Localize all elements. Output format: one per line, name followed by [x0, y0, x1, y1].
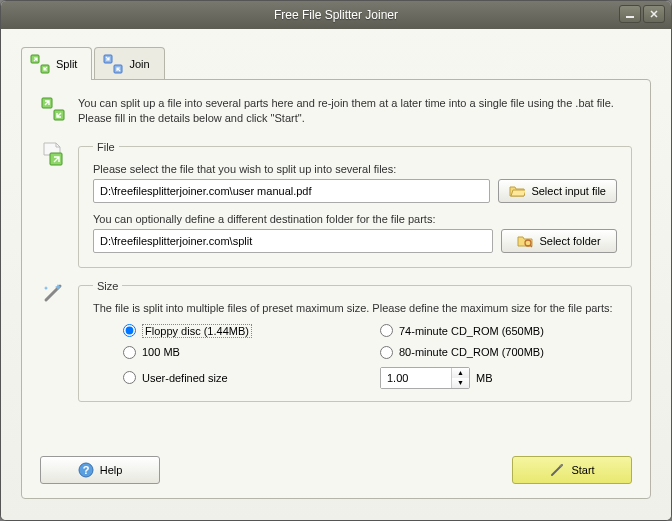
wand-icon [40, 280, 66, 306]
help-icon: ? [78, 462, 94, 478]
radio-100mb[interactable]: 100 MB [123, 346, 360, 359]
size-spinner-input[interactable] [381, 368, 451, 388]
dest-folder-path[interactable] [93, 229, 493, 253]
tab-join[interactable]: Join [94, 47, 164, 80]
size-legend: Size [93, 280, 122, 292]
user-size-row: ▲ ▼ MB [380, 367, 617, 389]
app-window: Free File Splitter Joiner Split Join [0, 0, 672, 521]
bottom-bar: ? Help Start [40, 456, 632, 484]
radio-cd74[interactable]: 74-minute CD_ROM (650MB) [380, 324, 617, 338]
help-label: Help [100, 464, 123, 476]
tab-split[interactable]: Split [21, 47, 92, 80]
spinner-down[interactable]: ▼ [452, 378, 469, 388]
input-file-path[interactable] [93, 179, 490, 203]
svg-rect-7 [50, 153, 62, 165]
folder-search-icon [517, 233, 533, 249]
join-icon [103, 54, 123, 74]
split-icon [30, 54, 50, 74]
close-button[interactable] [643, 5, 665, 23]
tab-split-label: Split [56, 58, 77, 70]
size-intro: The file is split into multiple files of… [93, 302, 617, 314]
titlebar: Free File Splitter Joiner [1, 1, 671, 29]
minimize-button[interactable] [619, 5, 641, 23]
file-legend: File [93, 141, 119, 153]
file-icon [40, 141, 66, 167]
spinner-up[interactable]: ▲ [452, 368, 469, 378]
dest-folder-label: You can optionally define a different de… [93, 213, 617, 225]
svg-text:?: ? [82, 464, 89, 476]
content-area: Split Join You can split up a file into … [1, 29, 671, 521]
radio-cd80[interactable]: 80-minute CD_ROM (700MB) [380, 346, 617, 359]
split-panel-icon [40, 96, 66, 122]
size-unit: MB [476, 372, 493, 384]
select-input-file-label: Select input file [531, 185, 606, 197]
svg-rect-1 [31, 55, 39, 63]
help-button[interactable]: ? Help [40, 456, 160, 484]
intro-text: You can split up a file into several par… [78, 96, 632, 127]
select-folder-button[interactable]: Select folder [501, 229, 617, 253]
select-file-label: Please select the file that you wish to … [93, 163, 617, 175]
window-controls [619, 5, 665, 23]
window-title: Free File Splitter Joiner [274, 8, 398, 22]
start-label: Start [571, 464, 594, 476]
wand-small-icon [549, 462, 565, 478]
tab-bar: Split Join [21, 47, 651, 80]
radio-user-defined[interactable]: User-defined size [123, 367, 360, 389]
file-fieldset: File Please select the file that you wis… [78, 141, 632, 268]
radio-floppy[interactable]: Floppy disc (1.44MB) [123, 324, 360, 338]
svg-rect-0 [626, 16, 634, 18]
size-fieldset: Size The file is split into multiple fil… [78, 280, 632, 402]
tab-join-label: Join [129, 58, 149, 70]
select-input-file-button[interactable]: Select input file [498, 179, 617, 203]
select-folder-label: Select folder [539, 235, 600, 247]
size-spinner[interactable]: ▲ ▼ [380, 367, 470, 389]
start-button[interactable]: Start [512, 456, 632, 484]
folder-open-icon [509, 183, 525, 199]
split-panel: You can split up a file into several par… [21, 79, 651, 499]
